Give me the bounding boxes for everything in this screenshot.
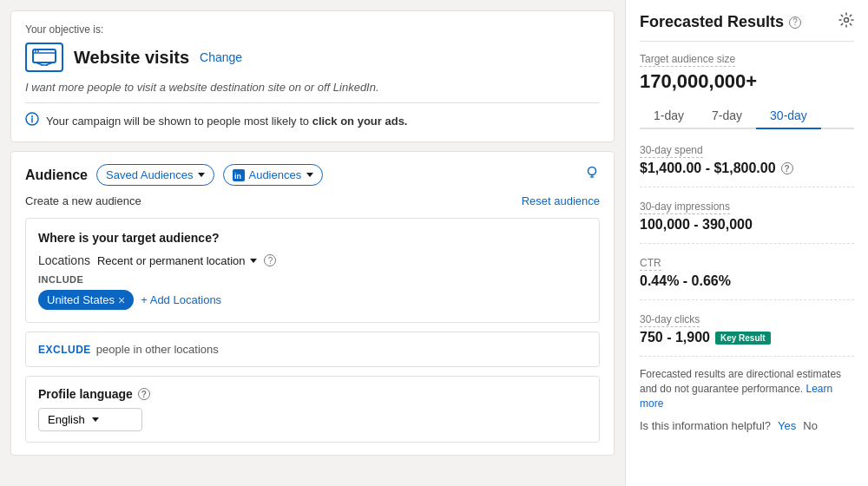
ctr-label: CTR	[640, 257, 661, 271]
objective-label: Your objective is:	[25, 23, 600, 36]
svg-point-12	[589, 167, 596, 175]
lang-value: English	[48, 413, 85, 426]
panel-title: Forecasted Results	[640, 13, 784, 31]
exclude-label: EXCLUDE	[38, 344, 91, 356]
location-help-icon: ?	[264, 254, 276, 266]
tab-1day[interactable]: 1-day	[640, 103, 698, 129]
objective-desc: I want more people to visit a website de…	[25, 81, 600, 103]
location-row: Locations Recent or permanent location ?	[38, 253, 587, 267]
ctr-metric: CTR 0.44% - 0.66%	[640, 254, 854, 300]
clicks-label: 30-day clicks	[640, 313, 700, 327]
settings-icon[interactable]	[838, 12, 854, 32]
svg-text:in: in	[234, 172, 241, 181]
ctr-value: 0.44% - 0.66%	[640, 273, 854, 289]
lang-chevron	[92, 417, 99, 422]
objective-row: Website visits Change	[25, 43, 600, 72]
locations-label: Locations	[38, 253, 90, 267]
svg-point-15	[845, 18, 849, 23]
forecast-note: Forecasted results are directional estim…	[640, 367, 854, 410]
audience-section-title: Audience	[25, 167, 88, 183]
audience-size-value: 170,000,000+	[640, 70, 854, 93]
tab-30day[interactable]: 30-day	[756, 103, 821, 129]
impressions-metric: 30-day impressions 100,000 - 390,000	[640, 198, 854, 244]
target-section: Where is your target audience? Locations…	[25, 218, 600, 323]
svg-point-2	[35, 50, 36, 52]
notice-icon	[25, 112, 39, 129]
include-label: INCLUDE	[38, 274, 587, 285]
in-audiences-button[interactable]: in Audiences	[223, 164, 323, 186]
spend-value: $1,400.00 - $1,800.00 ?	[640, 161, 854, 176]
clicks-value: 750 - 1,900 Key Result	[640, 330, 854, 345]
objective-title: Website visits	[74, 48, 189, 68]
change-link[interactable]: Change	[200, 50, 242, 64]
impressions-value: 100,000 - 390,000	[640, 217, 854, 233]
day-tabs: 1-day 7-day 30-day	[640, 103, 854, 129]
objective-card: Your objective is: Website visits Change…	[10, 10, 615, 142]
lightbulb-icon[interactable]	[584, 165, 600, 185]
saved-audiences-button[interactable]: Saved Audiences	[96, 164, 214, 186]
audience-size-label: Target audience size	[640, 53, 735, 67]
website-visits-icon	[25, 43, 63, 72]
forecasted-help-icon: ?	[789, 16, 801, 29]
helpful-no-link[interactable]: No	[803, 419, 818, 432]
spend-help-icon: ?	[781, 162, 793, 174]
spend-metric: 30-day spend $1,400.00 - $1,800.00 ?	[640, 141, 854, 187]
campaign-notice-text: Your campaign will be shown to people mo…	[46, 115, 407, 128]
helpful-question: Is this information helpful?	[640, 419, 771, 432]
profile-lang-section: Profile language ? English	[25, 376, 600, 443]
location-filter-dropdown[interactable]: Recent or permanent location	[97, 254, 258, 267]
spend-label: 30-day spend	[640, 144, 703, 158]
audience-header: Audience Saved Audiences in Audiences	[25, 164, 600, 186]
clicks-metric: 30-day clicks 750 - 1,900 Key Result	[640, 311, 854, 357]
reset-audience-link[interactable]: Reset audience	[522, 194, 600, 207]
main-area: Your objective is: Website visits Change…	[0, 0, 625, 486]
exclude-row: EXCLUDE people in other locations	[38, 343, 587, 356]
svg-point-8	[31, 115, 33, 117]
campaign-notice-bold: click on your ads.	[312, 115, 408, 128]
panel-header: Forecasted Results ?	[640, 12, 854, 42]
audience-size-block: Target audience size 170,000,000+	[640, 50, 854, 93]
audience-subrow: Create a new audience Reset audience	[25, 194, 600, 207]
target-question: Where is your target audience?	[38, 231, 587, 245]
tab-7day[interactable]: 7-day	[698, 103, 756, 129]
impressions-label: 30-day impressions	[640, 200, 730, 214]
exclude-desc: people in other locations	[96, 343, 219, 356]
lang-help-icon: ?	[138, 388, 150, 400]
key-result-badge: Key Result	[715, 332, 771, 345]
lang-header: Profile language ?	[38, 387, 587, 401]
panel-title-row: Forecasted Results ?	[640, 13, 801, 31]
helpful-yes-link[interactable]: Yes	[778, 419, 796, 432]
helpful-row: Is this information helpful? Yes No	[640, 419, 854, 432]
right-panel: Forecasted Results ? Target audience siz…	[625, 0, 868, 486]
lang-label: Profile language	[38, 387, 133, 401]
location-tags-row: United States × + Add Locations	[38, 290, 587, 310]
exclude-section: EXCLUDE people in other locations	[25, 332, 600, 367]
add-locations-link[interactable]: + Add Locations	[141, 293, 221, 306]
in-audiences-chevron	[306, 173, 313, 177]
audience-card: Audience Saved Audiences in Audiences Cr…	[10, 151, 615, 456]
create-new-label: Create a new audience	[25, 194, 141, 207]
svg-point-3	[37, 50, 39, 52]
location-filter-chevron	[250, 259, 257, 263]
saved-audiences-chevron	[198, 173, 205, 177]
linkedin-icon: in	[233, 169, 245, 181]
language-dropdown[interactable]: English	[38, 408, 142, 431]
us-location-tag: United States ×	[38, 290, 134, 310]
campaign-notice: Your campaign will be shown to people mo…	[25, 112, 600, 129]
remove-us-tag[interactable]: ×	[118, 294, 125, 306]
